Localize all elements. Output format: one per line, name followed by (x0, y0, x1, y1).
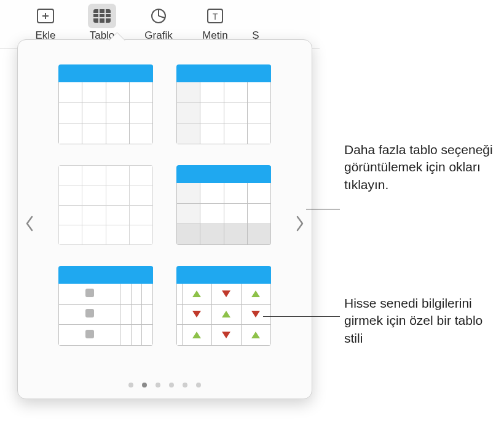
table-style-blue-header-firstcol[interactable] (176, 64, 271, 144)
table-style-header-footer[interactable] (176, 165, 271, 245)
page-dots (18, 383, 312, 387)
callout-arrows: Daha fazla tablo seçeneği görüntülemek i… (344, 141, 498, 193)
table-styles-popover (17, 39, 312, 399)
page-dot[interactable] (196, 383, 201, 387)
insert-icon (31, 4, 60, 28)
callout-arrows-line (306, 209, 340, 209)
table-style-checkbox[interactable] (58, 266, 153, 346)
table-style-plain[interactable] (58, 165, 153, 245)
table-style-blue-header[interactable] (58, 64, 153, 144)
svg-rect-3 (93, 9, 111, 23)
shape-icon (242, 4, 270, 28)
chart-icon (144, 4, 173, 28)
page-dot[interactable] (156, 383, 160, 387)
page-dot[interactable] (128, 383, 133, 387)
svg-line-10 (159, 16, 165, 18)
page-dot[interactable] (142, 383, 147, 387)
svg-text:T: T (213, 12, 218, 21)
page-dot[interactable] (183, 383, 187, 387)
table-style-grid (36, 64, 293, 346)
page-dot[interactable] (169, 383, 174, 387)
table-icon (88, 4, 116, 28)
callout-stock: Hisse senedi bilgilerini girmek için öze… (344, 295, 492, 347)
callout-stock-line (263, 316, 340, 317)
table-style-stock[interactable] (176, 266, 271, 346)
text-icon: T (201, 4, 229, 28)
prev-page-arrow[interactable] (22, 208, 37, 239)
next-page-arrow[interactable] (292, 208, 308, 239)
